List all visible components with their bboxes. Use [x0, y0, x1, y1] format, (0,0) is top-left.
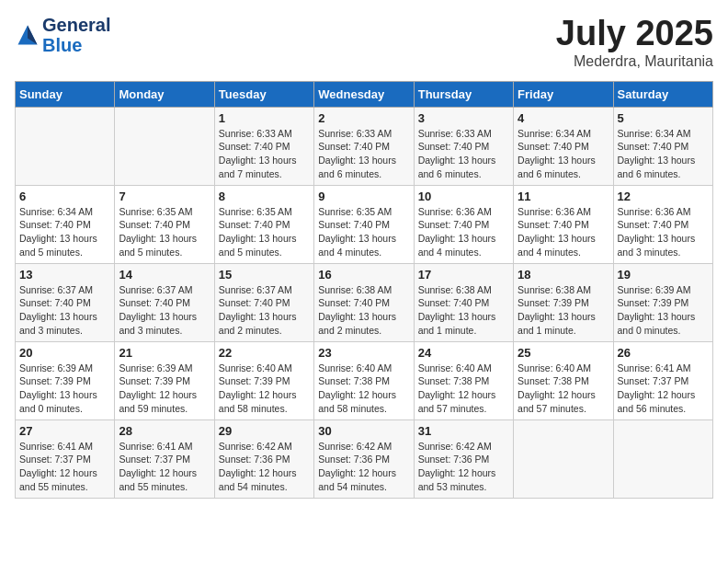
day-info: Sunrise: 6:33 AM Sunset: 7:40 PM Dayligh… [318, 127, 409, 181]
calendar-cell: 29Sunrise: 6:42 AM Sunset: 7:36 PM Dayli… [214, 419, 313, 498]
calendar-cell: 16Sunrise: 6:38 AM Sunset: 7:40 PM Dayli… [314, 263, 414, 341]
day-info: Sunrise: 6:42 AM Sunset: 7:36 PM Dayligh… [318, 440, 409, 494]
calendar-week-row: 1Sunrise: 6:33 AM Sunset: 7:40 PM Daylig… [16, 107, 713, 185]
day-number: 17 [418, 268, 509, 282]
day-number: 23 [318, 346, 409, 360]
day-info: Sunrise: 6:39 AM Sunset: 7:39 PM Dayligh… [618, 283, 709, 338]
day-info: Sunrise: 6:39 AM Sunset: 7:39 PM Dayligh… [19, 362, 110, 416]
day-info: Sunrise: 6:41 AM Sunset: 7:37 PM Dayligh… [618, 362, 709, 416]
day-info: Sunrise: 6:38 AM Sunset: 7:40 PM Dayligh… [418, 283, 509, 338]
day-number: 14 [119, 268, 210, 282]
day-number: 29 [219, 424, 310, 438]
day-number: 5 [618, 111, 709, 125]
calendar-cell: 26Sunrise: 6:41 AM Sunset: 7:37 PM Dayli… [613, 341, 712, 419]
calendar-cell: 17Sunrise: 6:38 AM Sunset: 7:40 PM Dayli… [414, 263, 513, 341]
calendar-cell: 6Sunrise: 6:34 AM Sunset: 7:40 PM Daylig… [16, 185, 115, 263]
day-number: 2 [318, 111, 409, 125]
calendar-cell: 27Sunrise: 6:41 AM Sunset: 7:37 PM Dayli… [16, 419, 115, 498]
day-number: 28 [119, 424, 210, 438]
day-number: 31 [418, 424, 509, 438]
day-number: 13 [19, 268, 110, 282]
column-header-friday: Friday [514, 81, 613, 107]
day-number: 9 [318, 190, 409, 203]
calendar-cell: 11Sunrise: 6:36 AM Sunset: 7:40 PM Dayli… [514, 185, 613, 263]
calendar-cell: 25Sunrise: 6:40 AM Sunset: 7:38 PM Dayli… [514, 341, 613, 419]
column-header-monday: Monday [115, 81, 214, 107]
calendar-cell: 4Sunrise: 6:34 AM Sunset: 7:40 PM Daylig… [514, 107, 613, 185]
day-number: 1 [219, 111, 310, 125]
day-number: 3 [418, 111, 509, 125]
day-info: Sunrise: 6:41 AM Sunset: 7:37 PM Dayligh… [119, 440, 210, 494]
calendar-cell: 15Sunrise: 6:37 AM Sunset: 7:40 PM Dayli… [214, 263, 313, 341]
column-header-thursday: Thursday [414, 81, 513, 107]
day-info: Sunrise: 6:37 AM Sunset: 7:40 PM Dayligh… [119, 283, 210, 338]
calendar-cell: 1Sunrise: 6:33 AM Sunset: 7:40 PM Daylig… [214, 107, 313, 185]
calendar-cell: 3Sunrise: 6:33 AM Sunset: 7:40 PM Daylig… [414, 107, 513, 185]
day-info: Sunrise: 6:35 AM Sunset: 7:40 PM Dayligh… [119, 205, 210, 259]
calendar-cell: 9Sunrise: 6:35 AM Sunset: 7:40 PM Daylig… [314, 185, 414, 263]
day-info: Sunrise: 6:42 AM Sunset: 7:36 PM Dayligh… [219, 440, 310, 494]
day-info: Sunrise: 6:40 AM Sunset: 7:38 PM Dayligh… [418, 362, 509, 416]
day-info: Sunrise: 6:34 AM Sunset: 7:40 PM Dayligh… [518, 127, 609, 181]
calendar-cell: 24Sunrise: 6:40 AM Sunset: 7:38 PM Dayli… [414, 341, 513, 419]
logo-icon [15, 22, 40, 48]
day-number: 19 [618, 268, 709, 282]
day-info: Sunrise: 6:33 AM Sunset: 7:40 PM Dayligh… [418, 127, 509, 181]
calendar-cell [115, 107, 214, 185]
logo-text-general: General [42, 15, 110, 35]
day-number: 7 [119, 190, 210, 203]
day-info: Sunrise: 6:38 AM Sunset: 7:39 PM Dayligh… [518, 283, 609, 338]
day-number: 27 [19, 424, 110, 438]
day-info: Sunrise: 6:33 AM Sunset: 7:40 PM Dayligh… [219, 127, 310, 181]
day-info: Sunrise: 6:41 AM Sunset: 7:37 PM Dayligh… [19, 440, 110, 494]
calendar-cell: 13Sunrise: 6:37 AM Sunset: 7:40 PM Dayli… [16, 263, 115, 341]
day-number: 11 [518, 190, 609, 203]
column-header-wednesday: Wednesday [314, 81, 414, 107]
calendar-cell: 31Sunrise: 6:42 AM Sunset: 7:36 PM Dayli… [414, 419, 513, 498]
day-info: Sunrise: 6:35 AM Sunset: 7:40 PM Dayligh… [318, 205, 409, 259]
calendar-cell: 22Sunrise: 6:40 AM Sunset: 7:39 PM Dayli… [214, 341, 313, 419]
day-info: Sunrise: 6:39 AM Sunset: 7:39 PM Dayligh… [119, 362, 210, 416]
calendar-cell: 2Sunrise: 6:33 AM Sunset: 7:40 PM Daylig… [314, 107, 414, 185]
day-info: Sunrise: 6:36 AM Sunset: 7:40 PM Dayligh… [418, 205, 509, 259]
day-number: 10 [418, 190, 509, 203]
logo: General Blue [15, 15, 110, 55]
day-info: Sunrise: 6:40 AM Sunset: 7:38 PM Dayligh… [518, 362, 609, 416]
calendar-cell: 5Sunrise: 6:34 AM Sunset: 7:40 PM Daylig… [613, 107, 712, 185]
day-number: 6 [19, 190, 110, 203]
calendar-week-row: 27Sunrise: 6:41 AM Sunset: 7:37 PM Dayli… [16, 419, 713, 498]
day-number: 20 [19, 346, 110, 360]
calendar-header-row: SundayMondayTuesdayWednesdayThursdayFrid… [16, 81, 713, 107]
day-number: 26 [618, 346, 709, 360]
location: Mederdra, Mauritania [556, 53, 713, 70]
calendar-cell: 10Sunrise: 6:36 AM Sunset: 7:40 PM Dayli… [414, 185, 513, 263]
day-info: Sunrise: 6:37 AM Sunset: 7:40 PM Dayligh… [19, 283, 110, 338]
day-number: 16 [318, 268, 409, 282]
calendar-cell: 23Sunrise: 6:40 AM Sunset: 7:38 PM Dayli… [314, 341, 414, 419]
day-number: 4 [518, 111, 609, 125]
day-number: 8 [219, 190, 310, 203]
calendar-cell [514, 419, 613, 498]
column-header-saturday: Saturday [613, 81, 712, 107]
logo-text-blue: Blue [42, 35, 110, 55]
day-number: 30 [318, 424, 409, 438]
day-info: Sunrise: 6:42 AM Sunset: 7:36 PM Dayligh… [418, 440, 509, 494]
calendar-cell: 14Sunrise: 6:37 AM Sunset: 7:40 PM Dayli… [115, 263, 214, 341]
day-info: Sunrise: 6:40 AM Sunset: 7:38 PM Dayligh… [318, 362, 409, 416]
day-number: 24 [418, 346, 509, 360]
calendar-cell: 21Sunrise: 6:39 AM Sunset: 7:39 PM Dayli… [115, 341, 214, 419]
column-header-sunday: Sunday [16, 81, 115, 107]
month-title: July 2025 [556, 15, 713, 53]
calendar-cell [16, 107, 115, 185]
calendar-week-row: 6Sunrise: 6:34 AM Sunset: 7:40 PM Daylig… [16, 185, 713, 263]
day-number: 25 [518, 346, 609, 360]
day-info: Sunrise: 6:37 AM Sunset: 7:40 PM Dayligh… [219, 283, 310, 338]
calendar-cell [613, 419, 712, 498]
calendar-cell: 8Sunrise: 6:35 AM Sunset: 7:40 PM Daylig… [214, 185, 313, 263]
calendar-cell: 7Sunrise: 6:35 AM Sunset: 7:40 PM Daylig… [115, 185, 214, 263]
calendar-cell: 12Sunrise: 6:36 AM Sunset: 7:40 PM Dayli… [613, 185, 712, 263]
calendar-week-row: 13Sunrise: 6:37 AM Sunset: 7:40 PM Dayli… [16, 263, 713, 341]
calendar-table: SundayMondayTuesdayWednesdayThursdayFrid… [15, 81, 713, 499]
day-info: Sunrise: 6:35 AM Sunset: 7:40 PM Dayligh… [219, 205, 310, 259]
day-number: 21 [119, 346, 210, 360]
